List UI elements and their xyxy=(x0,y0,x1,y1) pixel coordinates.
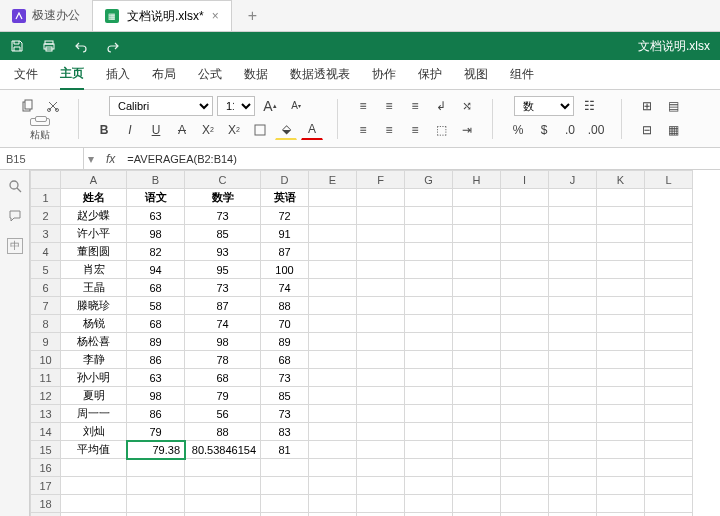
cell[interactable] xyxy=(405,207,453,225)
cell[interactable] xyxy=(645,207,693,225)
formula-input[interactable]: =AVERAGEA(B2:B14) xyxy=(123,153,720,165)
cell[interactable] xyxy=(405,315,453,333)
search-icon[interactable] xyxy=(7,178,23,194)
font-color-button[interactable]: A xyxy=(301,120,323,140)
column-header[interactable]: I xyxy=(501,171,549,189)
cell[interactable] xyxy=(309,261,357,279)
cell[interactable] xyxy=(549,495,597,513)
superscript-button[interactable]: X2 xyxy=(223,120,245,140)
cell[interactable]: 夏明 xyxy=(61,387,127,405)
cell[interactable] xyxy=(61,513,127,517)
cell[interactable] xyxy=(453,387,501,405)
cell[interactable]: 83 xyxy=(261,423,309,441)
cell[interactable] xyxy=(357,369,405,387)
column-header[interactable]: A xyxy=(61,171,127,189)
cell[interactable]: 94 xyxy=(127,261,185,279)
cell[interactable]: 滕晓珍 xyxy=(61,297,127,315)
cell[interactable] xyxy=(309,297,357,315)
column-header[interactable]: C xyxy=(185,171,261,189)
menu-data[interactable]: 数据 xyxy=(244,60,268,89)
cell[interactable] xyxy=(405,459,453,477)
fill-color-button[interactable]: ⬙ xyxy=(275,120,297,140)
cell[interactable] xyxy=(645,189,693,207)
cell[interactable] xyxy=(61,477,127,495)
cell[interactable] xyxy=(405,477,453,495)
cell[interactable] xyxy=(549,369,597,387)
column-header[interactable]: G xyxy=(405,171,453,189)
align-top-icon[interactable]: ≡ xyxy=(352,96,374,116)
cell[interactable]: 79 xyxy=(185,387,261,405)
cell[interactable] xyxy=(645,441,693,459)
conditional-format-icon[interactable]: ▤ xyxy=(662,96,684,116)
cell[interactable] xyxy=(453,225,501,243)
cell[interactable] xyxy=(405,333,453,351)
cell[interactable]: 82 xyxy=(127,243,185,261)
row-header[interactable]: 10 xyxy=(31,351,61,369)
cell[interactable]: 56 xyxy=(185,405,261,423)
insert-cells-icon[interactable]: ⊞ xyxy=(636,96,658,116)
underline-button[interactable]: U xyxy=(145,120,167,140)
column-header[interactable]: D xyxy=(261,171,309,189)
fx-label[interactable]: fx xyxy=(98,152,123,166)
cell[interactable] xyxy=(501,261,549,279)
cell[interactable] xyxy=(645,297,693,315)
cell[interactable]: 86 xyxy=(127,351,185,369)
cell[interactable]: 98 xyxy=(127,225,185,243)
align-center-icon[interactable]: ≡ xyxy=(378,120,400,140)
cell[interactable] xyxy=(597,459,645,477)
column-header[interactable]: E xyxy=(309,171,357,189)
format-cells-icon[interactable]: ▦ xyxy=(662,120,684,140)
ime-icon[interactable]: 中 xyxy=(7,238,23,254)
cell[interactable] xyxy=(309,315,357,333)
cell[interactable]: 100 xyxy=(261,261,309,279)
cell[interactable]: 68 xyxy=(185,369,261,387)
column-header[interactable]: K xyxy=(597,171,645,189)
cell[interactable]: 74 xyxy=(185,315,261,333)
menu-insert[interactable]: 插入 xyxy=(106,60,130,89)
cell[interactable] xyxy=(645,225,693,243)
cell[interactable] xyxy=(309,189,357,207)
font-name-select[interactable]: Calibri xyxy=(109,96,213,116)
cell[interactable] xyxy=(309,369,357,387)
cell[interactable]: 91 xyxy=(261,225,309,243)
column-header[interactable]: F xyxy=(357,171,405,189)
cell[interactable] xyxy=(261,495,309,513)
cell[interactable] xyxy=(549,315,597,333)
cell[interactable] xyxy=(453,315,501,333)
cell[interactable]: 88 xyxy=(261,297,309,315)
subscript-button[interactable]: X2 xyxy=(197,120,219,140)
delete-cells-icon[interactable]: ⊟ xyxy=(636,120,658,140)
cell[interactable] xyxy=(549,405,597,423)
undo-icon[interactable] xyxy=(74,39,88,53)
cell[interactable] xyxy=(309,207,357,225)
cell[interactable]: 刘灿 xyxy=(61,423,127,441)
new-tab-button[interactable]: + xyxy=(232,7,273,25)
cell[interactable] xyxy=(597,315,645,333)
cell[interactable] xyxy=(597,441,645,459)
cell[interactable]: 杨松喜 xyxy=(61,333,127,351)
cell[interactable] xyxy=(501,459,549,477)
cell[interactable] xyxy=(357,387,405,405)
column-header[interactable]: J xyxy=(549,171,597,189)
copy-icon[interactable] xyxy=(16,96,38,116)
cell[interactable] xyxy=(185,477,261,495)
cell[interactable] xyxy=(405,423,453,441)
cell[interactable] xyxy=(405,405,453,423)
cell[interactable] xyxy=(645,243,693,261)
cell[interactable] xyxy=(645,405,693,423)
cell[interactable] xyxy=(309,243,357,261)
grid[interactable]: ABCDEFGHIJKL1姓名语文数学英语2赵少蝶6373723许小平98859… xyxy=(30,170,693,516)
cell[interactable] xyxy=(357,459,405,477)
cell[interactable]: 79 xyxy=(127,423,185,441)
cell[interactable] xyxy=(309,333,357,351)
cell[interactable] xyxy=(309,441,357,459)
cell[interactable]: 98 xyxy=(185,333,261,351)
cell[interactable] xyxy=(453,495,501,513)
cell[interactable] xyxy=(309,459,357,477)
cell[interactable] xyxy=(597,405,645,423)
cell[interactable] xyxy=(501,297,549,315)
cell[interactable]: 肖宏 xyxy=(61,261,127,279)
cell[interactable] xyxy=(453,279,501,297)
cell[interactable]: 73 xyxy=(185,279,261,297)
menu-file[interactable]: 文件 xyxy=(14,60,38,89)
